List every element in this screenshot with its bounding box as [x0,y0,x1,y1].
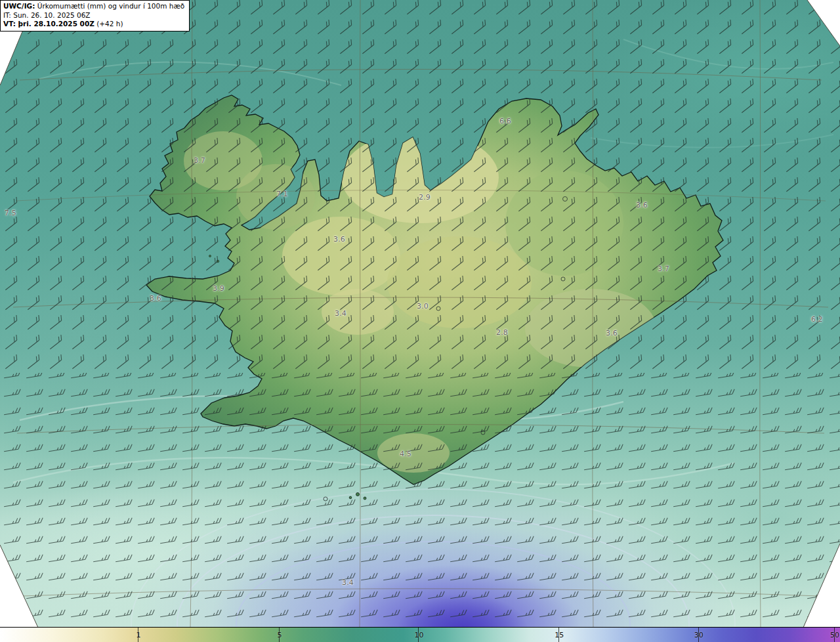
colorbar-tick: 50 [834,628,835,642]
wind-barbs [0,0,840,628]
lead-time: (+42 h) [94,20,123,28]
colorbar-tick-label: 1 [136,631,140,639]
colorbar-tick: 30 [698,628,699,642]
title-line-product: UWC/IG: Úrkomumætti (mm) og vindur í 100… [3,2,184,11]
colorbar-tick-label: 5 [277,631,282,639]
colorbar-ticks: 1510153050 [0,628,840,642]
colorbar-tick-label: 50 [830,631,839,639]
colorbar-tick-label: 15 [555,631,564,639]
weather-map [0,0,840,628]
colorbar-tick-label: 10 [414,631,423,639]
model-name: UWC/IG: [3,2,35,10]
valid-time: VT: þri. 28.10.2025 00Z [3,20,94,28]
weather-map-screen: 6.63.77.12.93.67.53.63.73.93.63.43.02.83… [0,0,840,642]
title-line-valid: VT: þri. 28.10.2025 00Z (+42 h) [3,20,184,29]
colorbar-tick: 15 [558,628,559,642]
colorbar-tick: 1 [138,628,138,642]
product-title: Úrkomumætti (mm) og vindur í 100m hæð [35,2,184,10]
title-line-init: IT: Sun. 26. 10. 2025 06Z [3,11,184,20]
colorbar-tick-label: 30 [694,631,704,639]
precip-colorbar: 1510153050 [0,627,840,642]
map-title-box: UWC/IG: Úrkomumætti (mm) og vindur í 100… [0,0,190,32]
colorbar-tick: 5 [279,628,280,642]
colorbar-tick: 10 [418,628,419,642]
